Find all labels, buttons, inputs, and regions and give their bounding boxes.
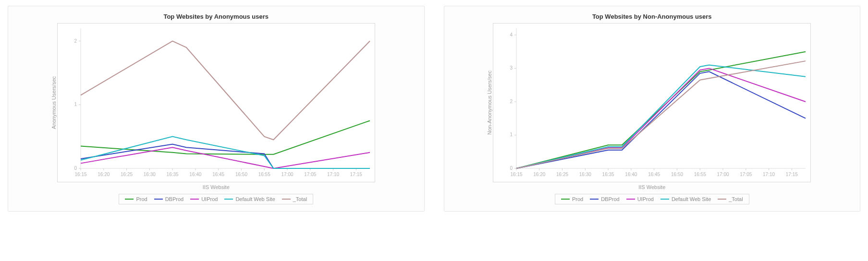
legend-item[interactable]: UIProd (190, 196, 218, 202)
legend-label: Default Web Site (672, 196, 711, 202)
svg-text:0: 0 (74, 166, 77, 171)
svg-text:16:15: 16:15 (74, 172, 86, 177)
legend-label: DBProd (601, 196, 620, 202)
svg-text:16:45: 16:45 (212, 172, 224, 177)
series-line--total (81, 41, 370, 140)
legend-swatch (561, 199, 570, 200)
legend-item[interactable]: Prod (561, 196, 583, 202)
legend-swatch (718, 199, 726, 200)
svg-text:16:30: 16:30 (144, 172, 156, 177)
legend-label: DBProd (165, 196, 184, 202)
svg-text:17:05: 17:05 (304, 172, 316, 177)
plot-area: 0123416:1516:2016:2516:3016:3516:4016:45… (493, 23, 811, 182)
svg-text:16:25: 16:25 (556, 172, 568, 177)
svg-text:17:00: 17:00 (717, 172, 729, 177)
legend-label: _Total (293, 196, 307, 202)
svg-text:16:35: 16:35 (166, 172, 178, 177)
legend-swatch (660, 199, 669, 200)
legend-swatch (224, 199, 233, 200)
svg-text:16:20: 16:20 (534, 172, 546, 177)
y-axis-label: Non-Anonymous Users/sec (487, 71, 492, 135)
legend-item[interactable]: DBProd (590, 196, 620, 202)
legend-swatch (626, 199, 635, 200)
legend-item[interactable]: Default Web Site (224, 196, 275, 202)
series-line-uiprod (516, 68, 806, 168)
legend-item[interactable]: DBProd (154, 196, 184, 202)
legend-item[interactable]: Prod (125, 196, 147, 202)
svg-text:17:00: 17:00 (281, 172, 293, 177)
legend-item[interactable]: UIProd (626, 196, 654, 202)
svg-text:16:30: 16:30 (579, 172, 591, 177)
svg-text:17:05: 17:05 (740, 172, 752, 177)
y-axis-label: Anonymous Users/sec (51, 76, 57, 129)
svg-text:17:15: 17:15 (786, 172, 798, 177)
svg-text:1: 1 (510, 132, 513, 137)
chart-panel-anon: Top Websites by Anonymous users01216:151… (8, 6, 425, 212)
legend-item[interactable]: Default Web Site (660, 196, 711, 202)
svg-text:17:10: 17:10 (327, 172, 339, 177)
legend-label: UIProd (201, 196, 218, 202)
svg-text:16:50: 16:50 (235, 172, 247, 177)
chart-panel-nonanon: Top Websites by Non-Anonymous users01234… (444, 6, 861, 212)
legend-item[interactable]: _Total (718, 196, 743, 202)
svg-text:17:15: 17:15 (350, 172, 362, 177)
svg-text:2: 2 (74, 38, 77, 44)
legend-swatch (190, 199, 199, 200)
svg-text:16:40: 16:40 (189, 172, 201, 177)
legend-swatch (590, 199, 599, 200)
legend-swatch (154, 199, 163, 200)
legend-label: Prod (136, 196, 147, 202)
legend: ProdDBProdUIProdDefault Web Site_Total (119, 194, 313, 204)
plot-area: 01216:1516:2016:2516:3016:3516:4016:4516… (57, 23, 375, 182)
svg-text:17:10: 17:10 (763, 172, 775, 177)
legend-item[interactable]: _Total (282, 196, 307, 202)
legend-label: Prod (572, 196, 583, 202)
svg-text:16:20: 16:20 (98, 172, 110, 177)
svg-text:16:25: 16:25 (121, 172, 133, 177)
series-line-default-web-site (516, 65, 806, 168)
svg-text:16:55: 16:55 (258, 172, 270, 177)
legend-label: UIProd (637, 196, 654, 202)
series-line-default-web-site (81, 137, 370, 168)
x-axis-label: IIS Website (451, 184, 854, 190)
svg-text:4: 4 (510, 32, 513, 37)
svg-text:16:15: 16:15 (511, 172, 523, 177)
legend-label: Default Web Site (235, 196, 275, 202)
svg-text:16:50: 16:50 (671, 172, 683, 177)
svg-text:2: 2 (510, 99, 513, 104)
svg-text:3: 3 (510, 65, 513, 71)
dashboard-row: Top Websites by Anonymous users01216:151… (0, 0, 868, 217)
chart-title: Top Websites by Anonymous users (15, 13, 417, 20)
svg-text:1: 1 (74, 102, 77, 107)
svg-text:16:35: 16:35 (602, 172, 614, 177)
series-line--total (516, 61, 806, 168)
svg-text:16:55: 16:55 (694, 172, 706, 177)
svg-text:16:45: 16:45 (648, 172, 660, 177)
legend-swatch (282, 199, 291, 200)
legend: ProdDBProdUIProdDefault Web Site_Total (555, 194, 749, 204)
chart-title: Top Websites by Non-Anonymous users (451, 13, 854, 20)
svg-text:0: 0 (510, 166, 513, 171)
x-axis-label: IIS Website (15, 184, 417, 190)
svg-text:16:40: 16:40 (625, 172, 637, 177)
legend-label: _Total (729, 196, 743, 202)
legend-swatch (125, 199, 134, 200)
